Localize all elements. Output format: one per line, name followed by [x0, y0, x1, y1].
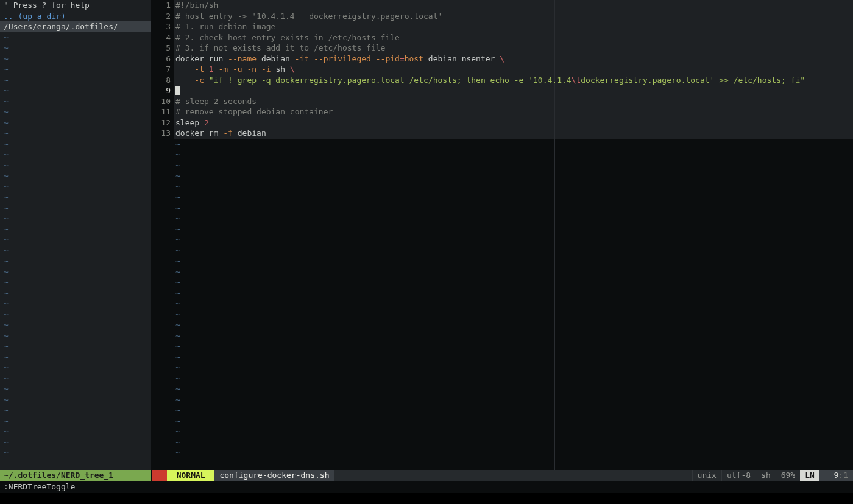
empty-line-tilde: ~	[0, 234, 151, 245]
nerdtree-updir[interactable]: .. (up a dir)	[0, 11, 151, 22]
empty-line-tilde: ~	[0, 341, 151, 352]
nerdtree-pane[interactable]: " Press ? for help .. (up a dir) /Users/…	[0, 0, 152, 470]
empty-line-tilde: ~	[0, 213, 151, 224]
empty-line-tilde: ~	[174, 309, 853, 320]
status-ln-label: LN	[800, 470, 819, 481]
empty-line-tilde: ~	[0, 267, 151, 278]
empty-line-tilde: ~	[0, 85, 151, 96]
empty-line-tilde: ~	[174, 405, 853, 416]
empty-line-tilde: ~	[174, 213, 853, 224]
code-line-6: docker run --name debian -it --privilege…	[174, 54, 853, 65]
empty-line-tilde: ~	[0, 352, 151, 363]
code-line-3: # 1. run debian image	[175, 22, 275, 31]
code-line-9-current	[174, 85, 853, 96]
empty-line-tilde: ~	[0, 447, 151, 458]
status-position: 9:1	[819, 470, 853, 481]
empty-line-tilde: ~	[174, 437, 853, 448]
code-line-4: # 2. check host entry exists in /etc/hos…	[175, 33, 400, 42]
empty-line-tilde: ~	[0, 383, 151, 394]
empty-line-tilde: ~	[174, 224, 853, 235]
empty-line-tilde: ~	[0, 181, 151, 192]
empty-line-tilde: ~	[0, 224, 151, 235]
empty-line-tilde: ~	[174, 277, 853, 288]
empty-line-tilde: ~	[174, 288, 853, 299]
empty-line-tilde: ~	[0, 64, 151, 75]
empty-line-tilde: ~	[174, 267, 853, 278]
statusline-nerdtree: ~/.dotfiles/NERD_tree_1	[0, 470, 152, 481]
empty-line-tilde: ~	[0, 362, 151, 373]
empty-line-tilde: ~	[0, 405, 151, 416]
empty-line-tilde: ~	[174, 320, 853, 331]
empty-line-tilde: ~	[174, 181, 853, 192]
code-line-7: -t 1 -m -u -n -i sh \	[174, 64, 853, 75]
statusline-editor: NORMAL configure-docker-dns.sh unix utf-…	[152, 470, 853, 481]
gutter-line-number: 4	[152, 32, 171, 43]
statusline-row: ~/.dotfiles/NERD_tree_1 NORMAL configure…	[0, 470, 853, 481]
empty-line-tilde: ~	[174, 245, 853, 256]
code-content[interactable]: #!/bin/sh # host entry -> '10.4.1.4 dock…	[174, 0, 853, 458]
code-line-11: # remove stopped debian container	[175, 107, 333, 116]
empty-line-tilde: ~	[174, 149, 853, 160]
empty-line-tilde: ~	[174, 383, 853, 394]
empty-line-tilde: ~	[0, 75, 151, 86]
status-filetype: sh	[756, 470, 776, 481]
code-line-13: docker rm -f debian	[174, 128, 853, 139]
code-line-2: # host entry -> '10.4.1.4 dockerreigstry…	[175, 12, 442, 21]
gutter-line-number: 10	[152, 96, 171, 107]
empty-line-tilde: ~	[0, 170, 151, 181]
gutter-line-number: 7	[152, 64, 171, 75]
empty-line-tilde: ~	[0, 277, 151, 288]
editor-pane[interactable]: 12345678910111213 #!/bin/sh # host entry…	[152, 0, 853, 470]
gutter-line-number: 8	[152, 75, 171, 86]
gutter-line-number: 12	[152, 117, 171, 128]
empty-line-tilde: ~	[0, 320, 151, 331]
empty-line-tilde: ~	[0, 117, 151, 128]
empty-line-tilde: ~	[174, 373, 853, 384]
gutter-line-number: 5	[152, 43, 171, 54]
empty-line-tilde: ~	[174, 192, 853, 203]
code-line-10: # sleep 2 seconds	[175, 97, 257, 106]
empty-line-tilde: ~	[0, 107, 151, 117]
empty-line-tilde: ~	[174, 416, 853, 427]
status-spacer	[334, 470, 692, 481]
status-filename: configure-docker-dns.sh	[214, 470, 334, 481]
empty-line-tilde: ~	[174, 394, 853, 405]
empty-line-tilde: ~	[0, 43, 151, 54]
cursor	[175, 86, 180, 95]
code-line-5: # 3. if not exists add it to /etc/hosts …	[175, 43, 385, 52]
empty-line-tilde: ~	[0, 245, 151, 256]
line-number-gutter: 12345678910111213	[152, 0, 174, 470]
gutter-line-number: 3	[152, 21, 171, 32]
code-line-12: sleep 2	[174, 117, 853, 128]
empty-line-tilde: ~	[0, 192, 151, 203]
command-line[interactable]: :NERDTreeToggle	[0, 481, 853, 493]
empty-line-tilde: ~	[174, 160, 853, 171]
empty-line-tilde: ~	[0, 394, 151, 405]
empty-line-tilde: ~	[0, 96, 151, 107]
empty-line-tilde: ~	[174, 331, 853, 341]
nerdtree-root-path[interactable]: /Users/eranga/.dotfiles/	[0, 21, 151, 32]
status-flag	[152, 470, 167, 481]
gutter-line-number: 9	[152, 85, 171, 96]
empty-line-tilde: ~	[0, 203, 151, 214]
gutter-line-number: 2	[152, 11, 171, 22]
status-percent: 69%	[776, 470, 800, 481]
empty-line-tilde: ~	[0, 139, 151, 150]
empty-line-tilde: ~	[0, 437, 151, 448]
empty-line-tilde: ~	[174, 352, 853, 363]
status-mode: NORMAL	[167, 470, 215, 481]
empty-line-tilde: ~	[0, 331, 151, 341]
empty-line-tilde: ~	[174, 170, 853, 181]
nerdtree-help: " Press ? for help	[0, 0, 151, 11]
empty-line-tilde: ~	[0, 149, 151, 160]
empty-line-tilde: ~	[0, 309, 151, 320]
gutter-line-number: 1	[152, 0, 171, 11]
gutter-line-number: 13	[152, 128, 171, 139]
status-encoding: utf-8	[721, 470, 756, 481]
empty-line-tilde: ~	[0, 160, 151, 171]
empty-line-tilde: ~	[0, 288, 151, 299]
empty-line-tilde: ~	[0, 416, 151, 427]
empty-line-tilde: ~	[174, 234, 853, 245]
empty-line-tilde: ~	[174, 203, 853, 214]
empty-line-tilde: ~	[0, 128, 151, 139]
